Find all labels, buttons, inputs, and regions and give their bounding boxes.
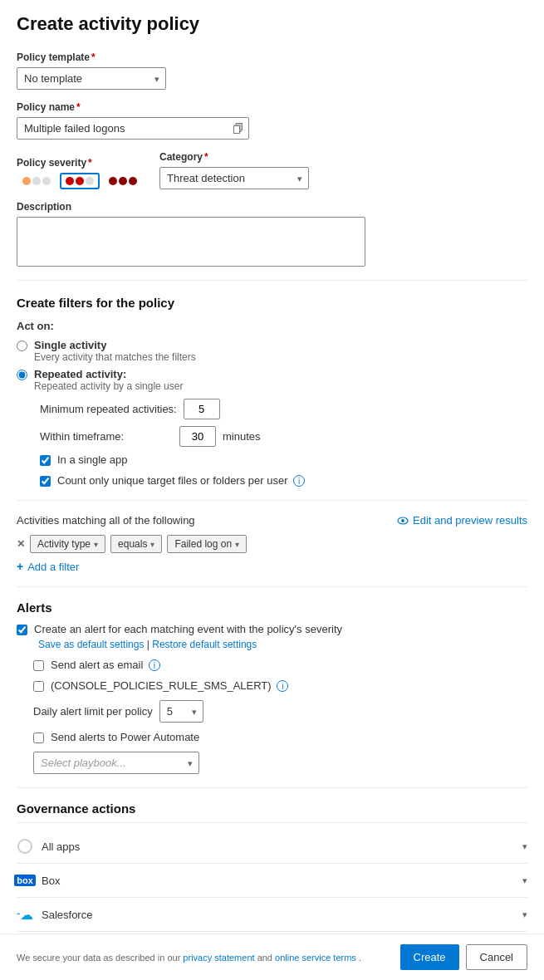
- svg-point-1: [401, 519, 404, 522]
- daily-limit-select-wrapper: 5 1 2 10 20 50: [159, 700, 203, 723]
- single-app-checkbox[interactable]: [40, 455, 51, 466]
- edit-preview-button[interactable]: Edit and preview results: [397, 514, 527, 527]
- sms-info-icon: i: [277, 680, 288, 692]
- single-activity-desc: Every activity that matches the filters: [34, 351, 196, 363]
- description-textarea[interactable]: [17, 217, 365, 267]
- unique-targets-info-icon: i: [293, 475, 305, 487]
- playbook-select[interactable]: Select playbook...: [33, 752, 199, 774]
- governance-box-item[interactable]: box Box ▾: [17, 864, 527, 898]
- daily-limit-row: Daily alert limit per policy 5 1 2 10 20…: [33, 700, 527, 723]
- sms-row: (CONSOLE_POLICIES_RULE_SMS_ALERT) i: [33, 679, 527, 692]
- send-email-row: Send alert as email i: [33, 659, 527, 671]
- footer-buttons: Create Cancel: [400, 944, 528, 970]
- filters-section-title: Create filters for the policy: [17, 296, 527, 310]
- sms-checkbox[interactable]: [33, 681, 44, 692]
- dot8: [119, 177, 127, 185]
- salesforce-label: Salesforce: [42, 909, 92, 921]
- alerts-title: Alerts: [17, 600, 527, 615]
- sms-label: (CONSOLE_POLICIES_RULE_SMS_ALERT) i: [51, 679, 288, 692]
- severity-low-button[interactable]: [17, 173, 56, 189]
- divider-3: [17, 586, 527, 587]
- alert-main-label: Create an alert for each matching event …: [34, 623, 342, 635]
- salesforce-icon: ☁: [17, 906, 33, 923]
- activity-type-chevron: ▾: [94, 540, 98, 549]
- policy-name-label: Policy name*: [17, 101, 527, 113]
- single-activity-title: Single activity: [34, 339, 196, 351]
- single-activity-text: Single activity Every activity that matc…: [34, 339, 196, 363]
- activities-section-title: Activities matching all of the following: [17, 514, 195, 527]
- all-apps-icon: [17, 838, 33, 855]
- policy-template-field: Policy template* No template: [17, 51, 527, 90]
- unique-targets-checkbox[interactable]: [40, 476, 51, 487]
- policy-name-input[interactable]: [17, 117, 249, 140]
- cancel-button[interactable]: Cancel: [466, 944, 527, 970]
- single-app-label: In a single app: [57, 453, 128, 466]
- playbook-wrapper: Select playbook...: [33, 752, 527, 774]
- severity-medium-button[interactable]: [60, 173, 100, 189]
- min-repeated-row: Minimum repeated activities:: [40, 399, 527, 419]
- divider-1: [17, 280, 527, 281]
- act-on-label: Act on:: [17, 320, 527, 332]
- min-repeated-input[interactable]: [184, 399, 220, 419]
- add-filter-button[interactable]: + Add a filter: [17, 560, 527, 573]
- dot6: [86, 177, 94, 185]
- repeated-activity-radio[interactable]: [17, 370, 27, 380]
- add-filter-plus-icon: +: [17, 560, 23, 573]
- send-email-info-icon: i: [149, 659, 160, 671]
- box-label: Box: [42, 875, 60, 887]
- dot3: [42, 177, 51, 185]
- governance-allapps-left: All apps: [17, 838, 80, 855]
- description-field: Description: [17, 201, 527, 267]
- policy-template-select-wrapper: No template: [17, 67, 166, 90]
- repeated-activity-option: Repeated activity: Repeated activity by …: [17, 368, 527, 392]
- restore-default-link[interactable]: Restore default settings: [152, 639, 257, 650]
- divider-4: [17, 787, 527, 788]
- activity-type-chip[interactable]: Activity type ▾: [30, 535, 105, 553]
- create-button[interactable]: Create: [400, 944, 459, 970]
- privacy-statement-link[interactable]: privacy statement: [183, 953, 254, 963]
- salesforce-chevron-icon: ▾: [522, 909, 527, 920]
- governance-salesforce-left: ☁ Salesforce: [17, 906, 92, 923]
- online-service-terms-link[interactable]: online service terms: [275, 953, 356, 963]
- daily-limit-select[interactable]: 5 1 2 10 20 50: [159, 700, 203, 723]
- category-label: Category*: [159, 151, 309, 163]
- severity-high-button[interactable]: [103, 173, 143, 189]
- power-automate-label: Send alerts to Power Automate: [51, 731, 199, 743]
- within-timeframe-label: Within timeframe:: [40, 430, 173, 443]
- severity-category-row: Policy severity*: [17, 151, 527, 189]
- governance-salesforce-item[interactable]: ☁ Salesforce ▾: [17, 898, 527, 932]
- category-select-wrapper: Threat detection: [159, 167, 309, 189]
- repeated-activity-text: Repeated activity: Repeated activity by …: [34, 368, 183, 392]
- category-select[interactable]: Threat detection: [159, 167, 309, 189]
- policy-template-select[interactable]: No template: [17, 67, 166, 90]
- equals-chevron: ▾: [150, 540, 154, 549]
- min-repeated-label: Minimum repeated activities:: [40, 403, 177, 415]
- description-label: Description: [17, 201, 527, 213]
- failed-logon-chip[interactable]: Failed log on ▾: [167, 535, 247, 553]
- alert-main-checkbox[interactable]: [17, 625, 27, 635]
- repeated-fields: Minimum repeated activities: Within time…: [40, 399, 527, 447]
- filter-row: ✕ Activity type ▾ equals ▾ Failed log on…: [17, 535, 527, 553]
- page-title: Create activity policy: [17, 13, 527, 35]
- save-default-link[interactable]: Save as default settings: [38, 639, 144, 650]
- within-timeframe-input[interactable]: [179, 426, 216, 447]
- eye-icon: [397, 517, 409, 525]
- power-automate-checkbox[interactable]: [33, 733, 44, 743]
- severity-section: Policy severity*: [17, 157, 143, 189]
- divider-2: [17, 500, 527, 501]
- allapps-chevron-icon: ▾: [522, 841, 527, 852]
- dot1: [22, 177, 31, 185]
- send-email-checkbox[interactable]: [33, 660, 44, 671]
- footer-text: We secure your data as described in our …: [17, 953, 361, 963]
- daily-limit-label: Daily alert limit per policy: [33, 705, 153, 718]
- governance-allapps-item[interactable]: All apps ▾: [17, 830, 527, 864]
- single-app-row: In a single app: [40, 453, 527, 466]
- unique-targets-row: Count only unique target files or folder…: [40, 474, 527, 487]
- governance-title: Governance actions: [17, 801, 527, 823]
- equals-chip[interactable]: equals ▾: [110, 535, 162, 553]
- single-activity-radio[interactable]: [17, 341, 27, 351]
- alerts-section: Alerts Create an alert for each matching…: [17, 600, 527, 774]
- alert-links: Save as default settings | Restore defau…: [38, 639, 527, 650]
- policy-template-label: Policy template*: [17, 51, 527, 63]
- filter-remove-button[interactable]: ✕: [17, 538, 25, 550]
